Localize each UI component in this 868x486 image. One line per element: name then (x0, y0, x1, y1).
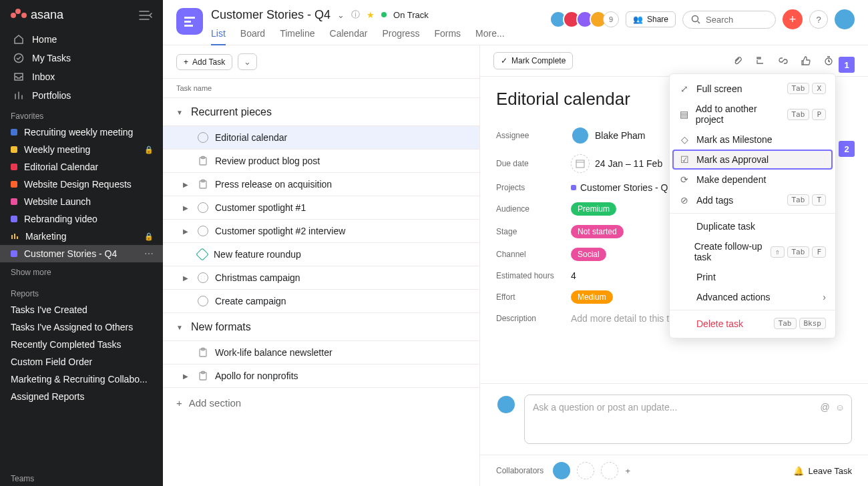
add-task-dropdown[interactable]: ⌄ (238, 53, 257, 70)
nav-portfolios[interactable]: Portfolios (0, 86, 163, 105)
logo[interactable]: asana (11, 8, 63, 22)
menu-add-project[interactable]: ▤Add to another projectTabP (670, 99, 835, 130)
menu-duplicate[interactable]: Duplicate task (670, 216, 835, 236)
hours-label: Estimated hours (496, 271, 571, 280)
menu-dependent[interactable]: ⟳Make dependent (670, 170, 835, 190)
tab-calendar[interactable]: Calendar (330, 28, 368, 45)
sidebar-item-recruiting-weekly-meeting[interactable]: Recruiting weekly meeting (0, 124, 163, 141)
report-item[interactable]: Assigned Reports (0, 388, 163, 405)
like-icon[interactable] (801, 55, 811, 66)
at-icon[interactable]: @ (820, 402, 829, 413)
assignee-value[interactable]: Blake Pham (571, 126, 645, 145)
link-icon[interactable] (778, 55, 789, 66)
task-check-icon[interactable] (198, 226, 208, 236)
clipboard-icon[interactable] (198, 371, 208, 381)
task-check-icon[interactable] (198, 132, 208, 143)
clipboard-icon[interactable] (198, 156, 208, 166)
report-item[interactable]: Recently Completed Tasks (0, 336, 163, 353)
sidebar-item-marketing[interactable]: Marketing🔒 (0, 228, 163, 245)
tab-timeline[interactable]: Timeline (280, 28, 314, 45)
effort-tag[interactable]: Medium (571, 290, 613, 304)
add-task-button[interactable]: + Add Task (176, 54, 232, 70)
tab-forms[interactable]: Forms (434, 28, 461, 45)
caret-right-icon[interactable]: ▶ (183, 181, 191, 188)
section-name: Recurrent pieces (191, 106, 272, 118)
collaborator-avatar[interactable] (553, 462, 570, 479)
menu-tags[interactable]: ⊘Add tagsTabT (670, 190, 835, 210)
collapse-sidebar-icon[interactable] (139, 10, 152, 21)
caret-right-icon[interactable]: ▶ (183, 204, 191, 212)
caret-right-icon[interactable]: ▶ (183, 228, 191, 235)
share-button[interactable]: 👥 Share (626, 11, 676, 27)
search-input[interactable]: Search (682, 11, 776, 29)
projects-value[interactable]: Customer Stories - Q (571, 182, 668, 193)
more-icon[interactable]: ⋯ (144, 248, 154, 259)
avatar-overflow[interactable]: 9 (603, 11, 619, 27)
mark-complete-button[interactable]: ✓ Mark Complete (493, 52, 573, 69)
status-text[interactable]: On Track (393, 10, 429, 20)
project-title: Customer Stories - Q4 (211, 8, 331, 22)
sidebar-item-website-design-requests[interactable]: Website Design Requests (0, 176, 163, 193)
sidebar-item-rebranding-video[interactable]: Rebranding video (0, 210, 163, 228)
hours-value[interactable]: 4 (571, 270, 576, 281)
bars-icon (11, 232, 19, 240)
add-collaborator[interactable]: + (625, 466, 630, 476)
show-more[interactable]: Show more (0, 262, 163, 282)
task-check-icon[interactable] (198, 296, 208, 306)
menu-approval[interactable]: ☑Mark as Approval (672, 150, 833, 170)
stage-label: Stage (496, 227, 571, 236)
milestone-check-icon[interactable] (196, 248, 209, 261)
star-icon[interactable]: ★ (367, 10, 375, 20)
project-icon[interactable] (176, 8, 203, 35)
clipboard-icon[interactable] (198, 179, 208, 190)
nav-inbox[interactable]: Inbox (0, 67, 163, 86)
emoji-icon[interactable]: ☺ (835, 402, 845, 413)
tab-more[interactable]: More... (475, 28, 505, 45)
sidebar-item-editorial-calendar[interactable]: Editorial Calendar (0, 158, 163, 176)
clipboard-icon[interactable] (198, 347, 208, 358)
collaborator-empty[interactable] (577, 462, 594, 479)
task-check-icon[interactable] (198, 202, 208, 213)
menu-full-screen[interactable]: ⤢Full screenTabX (670, 78, 835, 99)
report-item[interactable]: Tasks I've Created (0, 301, 163, 318)
subtask-icon[interactable] (755, 55, 766, 66)
sidebar-item-weekly-meeting[interactable]: Weekly meeting🔒 (0, 141, 163, 158)
timer-icon[interactable] (823, 55, 834, 66)
chevron-down-icon[interactable]: ⌄ (337, 10, 345, 20)
stage-tag[interactable]: Not started (571, 225, 624, 238)
global-add-button[interactable]: + (783, 9, 803, 29)
sidebar-item-website-launch[interactable]: Website Launch (0, 193, 163, 210)
comment-input[interactable]: Ask a question or post an update... @☺ (524, 395, 852, 444)
menu-followup[interactable]: Create follow-up task⇧TabF (670, 236, 835, 267)
audience-tag[interactable]: Premium (571, 202, 616, 216)
tab-board[interactable]: Board (240, 28, 265, 45)
task-check-icon[interactable] (198, 272, 208, 283)
user-avatar[interactable] (835, 9, 855, 29)
help-button[interactable]: ? (809, 10, 828, 29)
caret-right-icon[interactable]: ▶ (183, 274, 191, 282)
collaborator-empty[interactable] (601, 462, 618, 479)
report-item[interactable]: Marketing & Recruiting Collabo... (0, 371, 163, 388)
attachment-icon[interactable] (732, 55, 743, 66)
menu-advanced[interactable]: Advanced actions› (670, 287, 835, 307)
nav-home[interactable]: Home (0, 30, 163, 49)
due-date-value[interactable]: 24 Jan – 11 Feb (571, 154, 662, 173)
nav-my-tasks[interactable]: My Tasks (0, 49, 163, 67)
menu-delete[interactable]: Delete taskTabBksp (670, 313, 835, 334)
sidebar-item-customer-stories-q4[interactable]: Customer Stories - Q4⋯ (0, 245, 163, 262)
collaborators-label: Collaborators (496, 466, 544, 475)
caret-right-icon[interactable]: ▶ (183, 373, 191, 380)
menu-milestone[interactable]: ◇Mark as Milestone (670, 130, 835, 150)
channel-tag[interactable]: Social (571, 248, 606, 261)
menu-print[interactable]: Print (670, 267, 835, 287)
tab-progress[interactable]: Progress (382, 28, 419, 45)
tab-list[interactable]: List (211, 28, 226, 45)
leave-task-button[interactable]: 🔔 Leave Task (793, 466, 852, 476)
member-avatars[interactable]: 9 (554, 11, 619, 28)
report-item[interactable]: Custom Field Order (0, 353, 163, 371)
description-label: Description (496, 314, 571, 323)
report-item[interactable]: Tasks I've Assigned to Others (0, 318, 163, 336)
sidebar-item-label: Recruiting weekly meeting (24, 127, 133, 138)
brand-name: asana (31, 8, 63, 22)
info-icon[interactable]: ⓘ (351, 9, 360, 21)
